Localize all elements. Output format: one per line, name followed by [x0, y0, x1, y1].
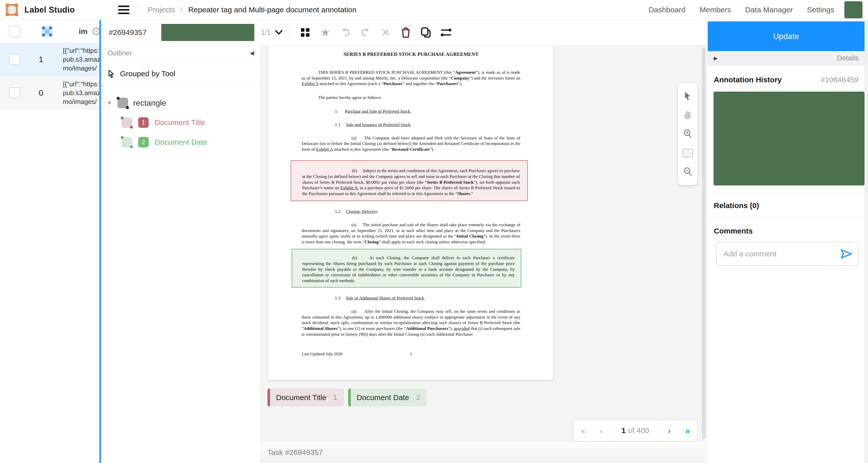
redo-icon[interactable] — [360, 27, 371, 38]
breadcrumb-projects[interactable]: Projects — [148, 5, 175, 14]
doc-paragraph: (a) The initial purchase and sale of the… — [302, 222, 520, 245]
task-list-sidebar: im ⚙ 1 [{"url":"https: pub.s3.amaz mo/im… — [0, 20, 99, 463]
pan-hand-tool-icon[interactable] — [681, 109, 694, 122]
caret-right-icon[interactable]: ▶ — [714, 55, 717, 61]
outliner-title: Outliner — [107, 49, 132, 57]
annotation-counter: 1/1 — [261, 28, 271, 36]
browser-scrollbar[interactable] — [865, 20, 868, 463]
task-annotation-count: 0 — [32, 88, 50, 98]
tree-caret-icon[interactable]: ▼ — [107, 100, 114, 106]
region-item-document-title[interactable]: 1 Document Title — [101, 113, 260, 132]
last-page-button[interactable]: » — [685, 426, 690, 435]
region-index-badge: 1 — [138, 117, 149, 128]
grid-view-icon[interactable] — [300, 27, 311, 38]
breadcrumb-current-project: Repeater tag and Multi-page document ann… — [188, 5, 356, 14]
doc-page-number: 1 — [302, 351, 520, 357]
tree-group-label: rectangle — [133, 98, 166, 108]
duplicate-copy-icon[interactable] — [421, 27, 432, 38]
doc-heading: 1.1 Sale and Issuance of Preferred Stock… — [302, 122, 520, 128]
breadcrumb: Projects / Repeater tag and Multi-page d… — [148, 5, 356, 14]
canvas-tool-palette — [678, 83, 698, 185]
document-canvas-area: SERIES B PREFERRED STOCK PURCHASE AGREEM… — [260, 45, 707, 463]
settings-sliders-icon[interactable] — [440, 27, 452, 38]
send-comment-icon[interactable] — [840, 249, 852, 259]
center-body: Outliner ◀ Grouped by Tool ▼ rectangle 1… — [101, 45, 707, 463]
task-data-preview: [{"url":"https: pub.s3.amaz mo/images/ — [63, 80, 99, 106]
annotation-history-header: Annotation History #10646459 — [708, 65, 865, 84]
doc-heading: 1.3 Sale of Additional Shares of Preferr… — [302, 295, 520, 301]
annotation-side-panel: Update ▶ Details Annotation History #106… — [708, 20, 865, 463]
nav-dashboard[interactable]: Dashboard — [649, 5, 686, 14]
tree-group-rectangle[interactable]: ▼ rectangle — [101, 93, 260, 113]
task-footer-label: Task #26949357 — [268, 448, 323, 457]
zoom-out-tool-icon[interactable] — [681, 165, 694, 178]
comments-section-title: Comments — [708, 217, 865, 235]
page-count: of 400 — [628, 426, 649, 435]
task-data-line: pub.s3.amaz — [63, 89, 99, 97]
annotation-column-icon[interactable] — [41, 26, 53, 37]
chevron-down-icon[interactable] — [275, 30, 283, 35]
sidebar-resize-handle[interactable] — [99, 20, 101, 463]
annotation-workspace: #26949357 1/1 ★ ✕ — [101, 20, 707, 463]
cursor-select-icon — [107, 69, 116, 78]
paginator-back-cell: « ‹ — [574, 420, 610, 441]
user-avatar[interactable] — [844, 1, 863, 19]
region-rect-icon — [122, 137, 132, 148]
workspace-scrollbar[interactable] — [702, 48, 706, 439]
move-cursor-tool-icon[interactable] — [681, 90, 694, 103]
task-footer-bar: Task #26949357 — [260, 442, 707, 463]
select-all-checkbox[interactable] — [9, 26, 20, 37]
task-row[interactable]: 0 [{"url":"https: pub.s3.amaz mo/images/ — [0, 76, 99, 110]
first-page-button[interactable]: « — [581, 426, 585, 435]
outliner-collapse-icon[interactable]: ◀ — [250, 50, 254, 56]
label-button-document-date[interactable]: Document Date 2 — [348, 389, 427, 406]
label-studio-logo-icon — [6, 4, 18, 16]
details-collapse-bar[interactable]: ▶ Details — [708, 51, 865, 65]
details-label: Details — [837, 54, 859, 62]
regions-tree: ▼ rectangle 1 Document Title 2 Document … — [101, 87, 260, 152]
update-button[interactable]: Update — [708, 21, 865, 51]
task-data-line: [{"url":"https: — [63, 80, 99, 89]
doc-heading: 1.2 Closing; Delivery. — [302, 209, 520, 214]
label-button-document-title[interactable]: Document Title 1 — [268, 389, 344, 406]
task-row[interactable]: 1 [{"url":"https: pub.s3.amaz mo/images/ — [0, 43, 99, 76]
label-color-bar — [348, 389, 351, 406]
comment-input[interactable] — [723, 250, 840, 258]
prev-page-button[interactable]: ‹ — [600, 426, 602, 435]
task-annotation-count: 1 — [32, 55, 50, 64]
outliner-header: Outliner ◀ — [101, 45, 260, 61]
star-ground-truth-icon[interactable]: ★ — [320, 27, 331, 38]
reset-icon[interactable]: ✕ — [380, 27, 391, 38]
hamburger-menu-icon[interactable] — [118, 3, 129, 16]
top-nav: Dashboard Members Data Manager Settings — [649, 5, 834, 14]
task-row-checkbox[interactable] — [9, 87, 20, 98]
task-data-line: [{"url":"https: — [63, 46, 99, 55]
region-item-document-date[interactable]: 2 Document Date — [101, 132, 260, 152]
label-hotkey: 1 — [333, 394, 337, 402]
document-footer: Last Updated July 2020 1 — [302, 351, 520, 357]
nav-data-manager[interactable]: Data Manager — [745, 5, 793, 14]
delete-trash-icon[interactable] — [400, 27, 411, 38]
region-highlight-document-date[interactable]: (b) At each Closing, the Company shall d… — [291, 249, 521, 288]
label-buttons-row: Document Title 1 Document Date 2 — [268, 389, 427, 406]
zoom-in-tool-icon[interactable] — [681, 127, 694, 141]
nav-members[interactable]: Members — [700, 5, 731, 14]
annotation-toolbar: #26949357 1/1 ★ ✕ — [101, 20, 707, 45]
breadcrumb-separator: / — [181, 5, 183, 14]
doc-paragraph: The parties hereby agree as follows: — [302, 95, 520, 100]
next-page-button[interactable]: › — [668, 426, 671, 435]
task-row-checkbox[interactable] — [9, 54, 20, 65]
toolbar-divider — [154, 20, 155, 45]
document-title-text: SERIES B PREFERRED STOCK PURCHASE AGREEM… — [302, 52, 520, 57]
doc-paragraph: THIS SERIES B PREFERRED STOCK PURCHASE A… — [302, 69, 520, 87]
annotation-id: #10646459 — [821, 75, 859, 84]
task-paginator: « ‹ 1 of 400 › » — [573, 420, 698, 441]
region-highlight-document-title[interactable]: (b) Subject to the terms and conditions … — [290, 160, 528, 201]
undo-icon[interactable] — [340, 27, 351, 38]
task-data-line: mo/images/ — [63, 97, 99, 106]
paginator-status: 1 of 400 — [610, 420, 660, 441]
fit-to-screen-tool-icon[interactable] — [681, 147, 694, 159]
group-by-tool-control[interactable]: Grouped by Tool — [101, 61, 260, 87]
nav-settings[interactable]: Settings — [807, 5, 834, 14]
annotation-history-redacted — [714, 92, 865, 185]
